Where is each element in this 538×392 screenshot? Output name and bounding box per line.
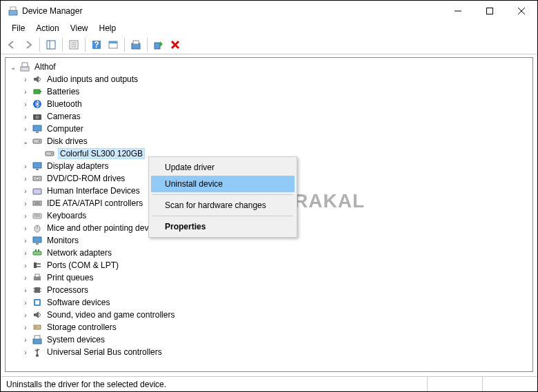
display-icon [32, 161, 43, 172]
keyboard-icon [32, 210, 43, 221]
expand-icon[interactable]: › [21, 198, 30, 208]
storage-icon [32, 322, 43, 333]
expand-icon[interactable]: › [21, 186, 30, 196]
toolbar-separator [85, 38, 86, 52]
node-printq[interactable]: Print queues [46, 273, 94, 282]
expand-icon[interactable]: › [21, 273, 30, 282]
expand-icon[interactable]: › [21, 236, 30, 245]
node-disk-drives[interactable]: Disk drives [46, 136, 89, 146]
properties-button[interactable] [66, 37, 82, 53]
node-dvd[interactable]: DVD/CD-ROM drives [46, 174, 126, 183]
svg-rect-33 [36, 169, 39, 170]
expand-icon[interactable]: › [21, 124, 30, 134]
menu-bar: File Action View Help [1, 21, 537, 35]
node-cameras[interactable]: Cameras [46, 112, 82, 121]
show-hide-tree-button[interactable] [43, 37, 59, 53]
system-icon [32, 334, 43, 345]
node-usb[interactable]: Universal Serial Bus controllers [46, 347, 163, 357]
toolbar-separator [147, 38, 148, 52]
menu-help[interactable]: Help [94, 22, 122, 34]
status-cell [427, 377, 482, 391]
context-scan-hardware[interactable]: Scan for hardware changes [151, 197, 295, 214]
node-audio[interactable]: Audio inputs and outputs [46, 74, 139, 84]
root-node[interactable]: Althof [33, 62, 57, 72]
forward-button[interactable] [20, 37, 37, 53]
expand-icon[interactable]: › [21, 174, 30, 183]
expand-icon[interactable]: ⌄ [8, 62, 18, 72]
expand-icon[interactable]: › [21, 74, 30, 84]
uninstall-button[interactable] [167, 37, 183, 53]
expand-icon[interactable]: ⌄ [21, 136, 30, 146]
expand-icon[interactable]: › [21, 87, 30, 96]
svg-point-61 [35, 327, 37, 328]
ide-icon [32, 198, 43, 209]
node-bluetooth[interactable]: Bluetooth [46, 99, 83, 109]
action-button[interactable] [105, 37, 121, 53]
node-ide[interactable]: IDE ATA/ATAPI controllers [46, 198, 144, 208]
expand-icon[interactable]: › [21, 211, 30, 220]
cpu-icon [32, 285, 43, 296]
node-processors[interactable]: Processors [46, 285, 90, 295]
svg-rect-3 [487, 8, 493, 14]
audio-icon [32, 74, 43, 85]
camera-icon [32, 111, 43, 122]
monitor-icon [32, 123, 43, 134]
expand-icon[interactable]: › [21, 99, 30, 109]
expand-icon[interactable]: › [21, 298, 30, 307]
svg-rect-20 [22, 63, 28, 67]
expand-icon[interactable]: › [21, 260, 30, 270]
node-software[interactable]: Software devices [46, 298, 111, 307]
scan-hardware-button[interactable] [150, 37, 167, 53]
expand-icon[interactable]: › [21, 112, 30, 121]
svg-rect-22 [40, 91, 41, 92]
expand-icon[interactable]: › [21, 322, 30, 332]
disk-icon [44, 148, 55, 159]
maximize-button[interactable] [474, 1, 506, 21]
node-storage[interactable]: Storage controllers [46, 322, 118, 332]
svg-rect-19 [21, 67, 29, 71]
node-sound[interactable]: Sound, video and game controllers [46, 310, 176, 320]
expand-icon[interactable]: › [21, 335, 30, 344]
node-mice[interactable]: Mice and other pointing devices [46, 223, 165, 233]
node-hid[interactable]: Human Interface Devices [46, 186, 141, 196]
close-button[interactable] [506, 1, 537, 21]
context-properties[interactable]: Properties [151, 218, 295, 235]
svg-rect-59 [35, 300, 39, 305]
svg-point-35 [36, 177, 39, 180]
hid-icon [32, 185, 43, 196]
node-disk-item[interactable]: Colorful SL300 120GB [58, 148, 145, 159]
expand-icon[interactable]: › [21, 248, 30, 258]
help-button[interactable]: ? [88, 37, 105, 53]
back-button[interactable] [3, 37, 20, 53]
expand-icon[interactable]: › [21, 285, 30, 295]
menu-file[interactable]: File [6, 22, 30, 34]
node-network[interactable]: Network adapters [46, 248, 113, 258]
usb-icon [32, 347, 43, 358]
node-display[interactable]: Display adapters [46, 161, 110, 171]
svg-point-31 [51, 153, 52, 154]
context-uninstall-device[interactable]: Uninstall device [151, 176, 295, 192]
minimize-button[interactable] [442, 1, 474, 21]
svg-rect-62 [33, 339, 41, 344]
node-ports[interactable]: Ports (COM & LPT) [46, 260, 120, 270]
expand-icon[interactable]: › [21, 223, 30, 233]
node-computer[interactable]: Computer [46, 124, 85, 134]
node-batteries[interactable]: Batteries [46, 87, 81, 96]
svg-rect-18 [155, 43, 160, 49]
node-monitors[interactable]: Monitors [46, 236, 80, 245]
mouse-icon [32, 223, 43, 234]
expand-icon[interactable]: › [21, 310, 30, 320]
context-update-driver[interactable]: Update driver [151, 159, 295, 176]
svg-rect-27 [36, 132, 39, 133]
expand-icon[interactable]: › [21, 347, 30, 357]
node-keyboards[interactable]: Keyboards [46, 211, 88, 220]
toolbar-separator [39, 38, 40, 52]
expand-icon[interactable]: › [21, 161, 30, 171]
menu-view[interactable]: View [65, 22, 94, 34]
update-driver-button[interactable] [128, 37, 144, 53]
node-system[interactable]: System devices [46, 335, 106, 344]
svg-point-29 [39, 141, 40, 142]
svg-rect-15 [109, 41, 117, 43]
svg-rect-46 [36, 243, 39, 245]
menu-action[interactable]: Action [30, 22, 64, 34]
